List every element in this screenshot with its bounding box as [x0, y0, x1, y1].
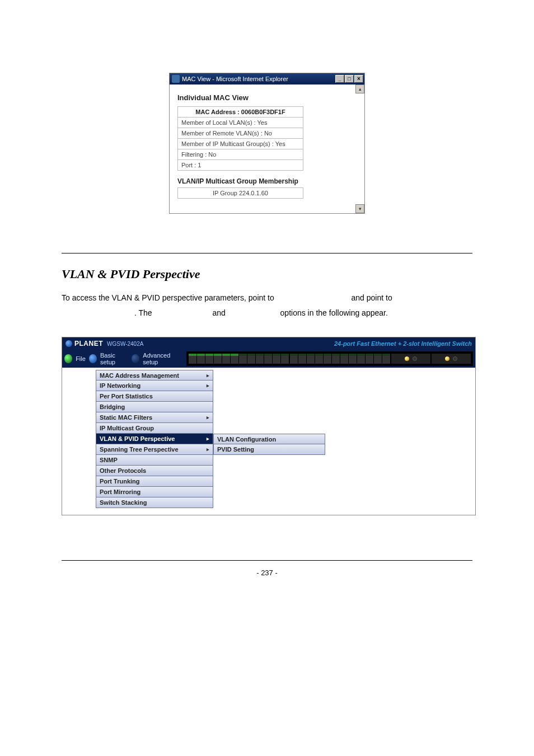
- port-icon: [239, 354, 247, 364]
- menu-item-snmp[interactable]: SNMP: [96, 455, 213, 466]
- remote-vlan-row: Member of Remote VLAN(s) : No: [178, 128, 303, 139]
- filtering-row: Filtering : No: [178, 149, 303, 160]
- port-icon: [374, 354, 382, 364]
- menu-item-vlan-pvid-perspective[interactable]: VLAN & PVID Perspective▸: [96, 434, 213, 444]
- slot-led-icon: [413, 356, 417, 361]
- menu-basic-setup[interactable]: Basic setup: [100, 352, 128, 365]
- menu-item-label: SNMP: [100, 457, 118, 463]
- port-icon: [222, 354, 230, 364]
- mac-view-heading: Individual MAC View: [177, 93, 351, 102]
- ie-icon: [172, 75, 180, 83]
- mac-view-window: MAC View - Microsoft Internet Explorer _…: [169, 73, 365, 214]
- text-fragment: and point to: [349, 293, 392, 302]
- submenu-item-pvid-setting[interactable]: PVID Setting: [213, 444, 325, 455]
- port-icon: [382, 354, 390, 364]
- menu-item-label: Port Trunking: [100, 478, 140, 485]
- menu-item-label: Bridging: [100, 403, 125, 410]
- mac-address-row: MAC Address : 0060B0F3DF1F: [178, 107, 303, 118]
- menu-item-per-port-statistics[interactable]: Per Port Statistics: [96, 391, 213, 402]
- port-icon: [281, 354, 289, 364]
- footer-divider: [62, 560, 472, 561]
- advanced-led-icon: [132, 354, 139, 363]
- chevron-right-icon: ▸: [207, 373, 209, 378]
- slot-led-icon: [405, 356, 409, 361]
- planet-toolbar: File Basic setup Advanced setup: [62, 350, 475, 368]
- chevron-right-icon: ▸: [207, 383, 209, 388]
- port-icon: [264, 354, 272, 364]
- menu-item-port-trunking[interactable]: Port Trunking: [96, 476, 213, 487]
- page-number: - 237 -: [62, 569, 472, 577]
- port-group-1: [189, 354, 289, 364]
- menu-item-label: IP Networking: [100, 382, 140, 389]
- local-vlan-row: Member of Local VLAN(s) : Yes: [178, 118, 303, 128]
- vlan-pvid-submenu: VLAN ConfigurationPVID Setting: [213, 434, 325, 508]
- window-title: MAC View - Microsoft Internet Explorer: [182, 76, 288, 82]
- window-titlebar: MAC View - Microsoft Internet Explorer _…: [170, 73, 364, 84]
- planet-brand: PLANET: [74, 340, 103, 348]
- port-icon: [197, 354, 205, 364]
- section-divider: [62, 253, 472, 253]
- membership-heading: VLAN/IP Multicast Group Membership: [177, 177, 351, 185]
- port-icon: [256, 354, 264, 364]
- port-strip: [186, 351, 473, 366]
- menu-file[interactable]: File: [76, 355, 86, 362]
- port-icon: [307, 354, 315, 364]
- expansion-slot-1: [391, 354, 430, 364]
- menu-advanced-setup[interactable]: Advanced setup: [143, 352, 182, 365]
- chevron-right-icon: ▸: [207, 436, 209, 442]
- ip-group-table: IP Group 224.0.1.60: [177, 187, 303, 199]
- minimize-button[interactable]: _: [335, 75, 344, 83]
- expansion-slot-2: [432, 354, 471, 364]
- port-icon: [214, 354, 222, 364]
- text-fragment: options in the following appear.: [278, 308, 388, 317]
- port-icon: [349, 354, 357, 364]
- menu-item-label: Spanning Tree Perspective: [100, 446, 179, 453]
- planet-logo-icon: [65, 340, 72, 347]
- menu-item-bridging[interactable]: Bridging: [96, 402, 213, 412]
- maximize-button[interactable]: □: [345, 75, 354, 83]
- submenu-item-vlan-configuration[interactable]: VLAN Configuration: [213, 434, 325, 444]
- menu-item-mac-address-management[interactable]: MAC Address Management▸: [96, 370, 213, 381]
- chevron-right-icon: ▸: [207, 447, 209, 452]
- menu-item-static-mac-filters[interactable]: Static MAC Filters▸: [96, 412, 213, 423]
- port-icon: [340, 354, 348, 364]
- port-icon: [324, 354, 331, 364]
- slot-led-icon: [445, 356, 449, 361]
- port-group-2: [290, 354, 390, 364]
- multicast-group-row: Member of IP Multicast Group(s) : Yes: [178, 139, 303, 149]
- menu-item-spanning-tree-perspective[interactable]: Spanning Tree Perspective▸: [96, 444, 213, 455]
- menu-item-label: Per Port Statistics: [100, 393, 153, 400]
- menu-item-switch-stacking[interactable]: Switch Stacking: [96, 497, 213, 508]
- slot-led-icon: [453, 356, 457, 361]
- port-icon: [231, 354, 238, 364]
- port-icon: [189, 354, 196, 364]
- chevron-right-icon: ▸: [207, 415, 209, 420]
- basic-led-icon: [89, 354, 97, 363]
- menu-item-other-protocols[interactable]: Other Protocols: [96, 466, 213, 476]
- planet-switch-window: PLANET WGSW-2402A 24-port Fast Ethernet …: [62, 337, 476, 515]
- text-fragment: . The: [134, 308, 154, 317]
- advanced-setup-menu: MAC Address Management▸IP Networking▸Per…: [96, 370, 213, 508]
- port-icon: [273, 354, 280, 364]
- port-row: Port : 1: [178, 160, 303, 171]
- section-paragraph: To access the VLAN & PVID perspective pa…: [62, 290, 472, 320]
- planet-model: WGSW-2402A: [107, 341, 143, 347]
- status-led-icon: [64, 354, 72, 363]
- port-icon: [366, 354, 373, 364]
- menu-item-label: MAC Address Management: [100, 372, 179, 379]
- close-button[interactable]: ×: [354, 75, 363, 83]
- text-fragment: and: [210, 308, 228, 317]
- scroll-down-button[interactable]: ▾: [355, 204, 364, 213]
- mac-info-table: MAC Address : 0060B0F3DF1F Member of Loc…: [177, 106, 303, 171]
- menu-item-label: Static MAC Filters: [100, 414, 152, 421]
- port-icon: [205, 354, 213, 364]
- scroll-up-button[interactable]: ▴: [355, 84, 364, 93]
- menu-item-port-mirroring[interactable]: Port Mirroring: [96, 487, 213, 497]
- menu-item-ip-networking[interactable]: IP Networking▸: [96, 381, 213, 391]
- planet-tagline: 24-port Fast Ethernet + 2-slot Intellige…: [334, 340, 472, 347]
- menu-item-ip-multicast-group[interactable]: IP Multicast Group: [96, 423, 213, 434]
- port-icon: [332, 354, 340, 364]
- port-icon: [315, 354, 323, 364]
- menu-item-label: IP Multicast Group: [100, 425, 154, 431]
- text-fragment: To access the VLAN & PVID perspective pa…: [62, 293, 277, 302]
